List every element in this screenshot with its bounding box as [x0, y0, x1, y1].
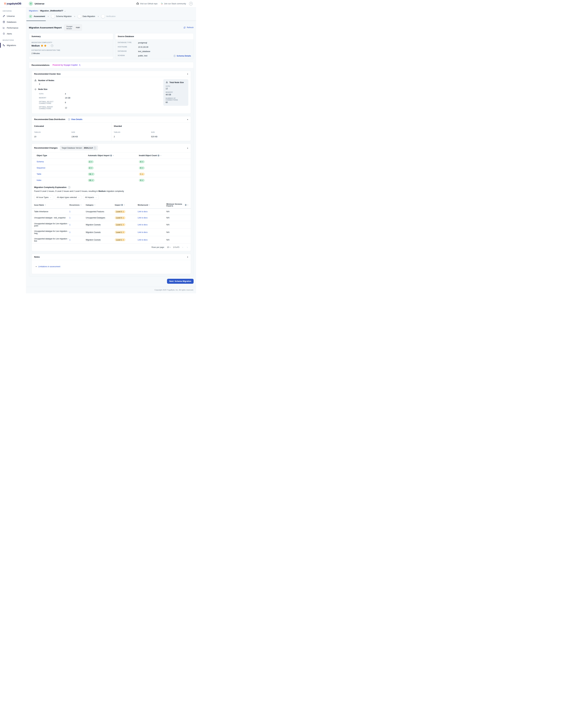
- object-type-link[interactable]: Sequence: [34, 167, 88, 169]
- refresh-label: Refresh: [187, 26, 194, 28]
- warning-icon: ⚠: [123, 211, 124, 213]
- workaround-link[interactable]: Link to docs: [138, 211, 166, 213]
- chevron-down-icon[interactable]: ⌄: [64, 10, 66, 12]
- col-invalid-count-label: Invalid Object Count: [139, 154, 157, 157]
- complexity-explanation-help-icon[interactable]: ?: [68, 186, 70, 189]
- recommendations-panel: Recommendations Powered by Voyager Copil…: [29, 62, 194, 277]
- col-category[interactable]: Category▲▼: [86, 204, 115, 206]
- refresh-button[interactable]: Refresh: [183, 26, 194, 29]
- issue-category[interactable]: Migration Caveats: [86, 239, 101, 241]
- size-label: SIZE: [71, 131, 75, 133]
- col-automatic-import-label: Automatic Object Import: [88, 154, 109, 157]
- warning-icon: ⚠: [123, 239, 124, 241]
- sort-icon[interactable]: ▲▼: [160, 155, 161, 156]
- step-data-migration[interactable]: Data Migration: [78, 15, 95, 18]
- yugabytedb-logo[interactable]: Y yugabyteDB: [0, 2, 26, 5]
- notes-body: Limitations in assessment: [32, 260, 191, 274]
- issue-row: Unsupported datatype for Live migration …: [32, 229, 191, 236]
- col-object-type[interactable]: Object Type: [34, 154, 88, 157]
- workaround-link[interactable]: Link to docs: [138, 217, 166, 219]
- sidebar-item-performance[interactable]: Performance: [0, 25, 26, 31]
- check-icon: ✓: [142, 161, 143, 163]
- step-assessment[interactable]: ✓ Assessment: [29, 15, 45, 18]
- next-page-icon[interactable]: ›: [186, 246, 188, 249]
- col-occurrences[interactable]: Occurences▲▼: [69, 204, 86, 206]
- sidebar-item-alerts[interactable]: Alerts: [0, 31, 26, 37]
- sharded-title: Sharded: [114, 125, 188, 127]
- rows-per-page-select[interactable]: 10 ▾: [167, 246, 171, 249]
- sort-icon: ▲▼: [81, 204, 81, 206]
- data-distribution-header: Recommended Data Distribution View Detai…: [32, 116, 191, 123]
- workaround-link[interactable]: Link to docs: [138, 231, 166, 233]
- tables-label: TABLES: [34, 131, 41, 133]
- nodes-cluster-icon: [166, 81, 168, 84]
- object-type-link[interactable]: Table: [34, 173, 88, 175]
- view-details-link[interactable]: View Details: [68, 118, 83, 121]
- collapse-caret-icon[interactable]: ▲: [187, 118, 188, 120]
- col-automatic-import[interactable]: Automatic Object Import i ▲▼: [88, 154, 139, 157]
- limitations-link[interactable]: Limitations in assessment: [38, 265, 60, 268]
- issue-category[interactable]: Migration Caveats: [86, 231, 101, 234]
- issue-category[interactable]: Unsupported Datatypes: [86, 217, 105, 219]
- collapse-caret-icon[interactable]: ▲: [187, 73, 188, 74]
- filter-object-types[interactable]: All object types selected⌄: [55, 195, 81, 200]
- occurrences-link[interactable]: 1: [69, 231, 86, 233]
- report-content: Migration Assessment Report Voyager Vers…: [26, 21, 196, 284]
- step-schema-migration[interactable]: Schema Migration: [51, 15, 72, 18]
- filter-impacts[interactable]: All Impacts⌄: [83, 195, 99, 200]
- issue-category[interactable]: Unsupported Features: [86, 211, 104, 213]
- target-version-help-icon[interactable]: ?: [93, 147, 96, 149]
- import-count-badge: 2✓: [88, 160, 93, 163]
- workaround-link[interactable]: Link to docs: [138, 224, 166, 226]
- complexity-value: Medium: [31, 44, 40, 47]
- summary-card: Summary MIGRATION COMPLEXITY Medium ? ES…: [29, 33, 113, 59]
- collapse-caret-icon[interactable]: ▲: [187, 256, 188, 258]
- issue-row: Unsupported datatype - txid_snapshot 1 U…: [32, 215, 191, 221]
- object-row-index: Index 21✓ 0✓: [32, 177, 191, 183]
- object-type-link[interactable]: Schema: [34, 160, 88, 163]
- step-verification[interactable]: Verification: [101, 15, 115, 18]
- invalid-count-badge: 0✓: [139, 179, 145, 182]
- sidebar-section-universe: UNIVERSE: [0, 7, 26, 13]
- sidebar-item-databases[interactable]: Databases: [0, 19, 26, 25]
- col-invalid-count[interactable]: Invalid Object Count i ▲▼: [139, 154, 188, 157]
- info-icon[interactable]: i: [110, 155, 112, 156]
- source-database-body: DATABASE TYPE postgresql HOSTNAME 10.9.1…: [115, 40, 193, 59]
- collapse-caret-icon[interactable]: ▲: [187, 147, 188, 149]
- prev-page-icon[interactable]: ‹: [182, 246, 184, 249]
- next-schema-migration-button[interactable]: Next: Schema Migration: [167, 279, 194, 284]
- filter-issue-types[interactable]: All Issue Types⌄: [34, 195, 53, 200]
- info-icon[interactable]: i: [158, 155, 160, 156]
- object-type-link[interactable]: Index: [34, 179, 88, 181]
- sidebar-item-universe[interactable]: Universe: [0, 13, 26, 19]
- github-link[interactable]: Visit our Github repo: [136, 2, 158, 5]
- occurrences-link[interactable]: 1: [69, 239, 86, 241]
- col-workaround[interactable]: Workaround▲▼: [138, 204, 166, 206]
- recommended-changes-card: Recommended Changes Target Database Vers…: [31, 144, 191, 251]
- occurrences-link[interactable]: 1: [69, 217, 86, 219]
- issue-name: Unsupported datatype for Live migration …: [34, 230, 69, 234]
- schema-details-link[interactable]: Schema Details: [173, 55, 191, 57]
- occurrences-link[interactable]: 1: [69, 224, 86, 226]
- workaround-link[interactable]: Link to docs: [138, 239, 166, 241]
- col-impact[interactable]: Impacti▲▼: [115, 204, 138, 206]
- col-min-versions[interactable]: Minimum Versions Fixed Ini▲▼: [166, 203, 188, 207]
- sidebar-item-migrations[interactable]: Migrations: [0, 42, 26, 48]
- issue-name: Table Inheritance: [34, 211, 69, 213]
- step-label: Schema Migration: [56, 15, 72, 18]
- col-issue-name[interactable]: Issue Name▲▼: [34, 204, 69, 206]
- help-icon[interactable]: ?: [189, 2, 193, 5]
- check-icon: ✓: [91, 161, 92, 163]
- db-type-label: DATABASE TYPE: [118, 42, 138, 44]
- slack-link-label: Join our Slack community: [164, 3, 186, 5]
- issue-category[interactable]: Migration Caveats: [86, 224, 101, 226]
- slack-link[interactable]: Join our Slack community: [161, 2, 186, 5]
- tables-label: TABLES: [114, 131, 120, 133]
- warning-icon: ⚠: [142, 173, 143, 175]
- breadcrumb-migrations-link[interactable]: Migrations: [29, 10, 38, 12]
- select-conn-value: 8: [65, 102, 66, 104]
- breadcrumb-current[interactable]: Migration_29d80eb05d77: [40, 10, 63, 12]
- complexity-help-icon[interactable]: ?: [51, 44, 53, 47]
- sort-icon[interactable]: ▲▼: [113, 155, 114, 156]
- occurrences-link[interactable]: 1: [69, 211, 86, 213]
